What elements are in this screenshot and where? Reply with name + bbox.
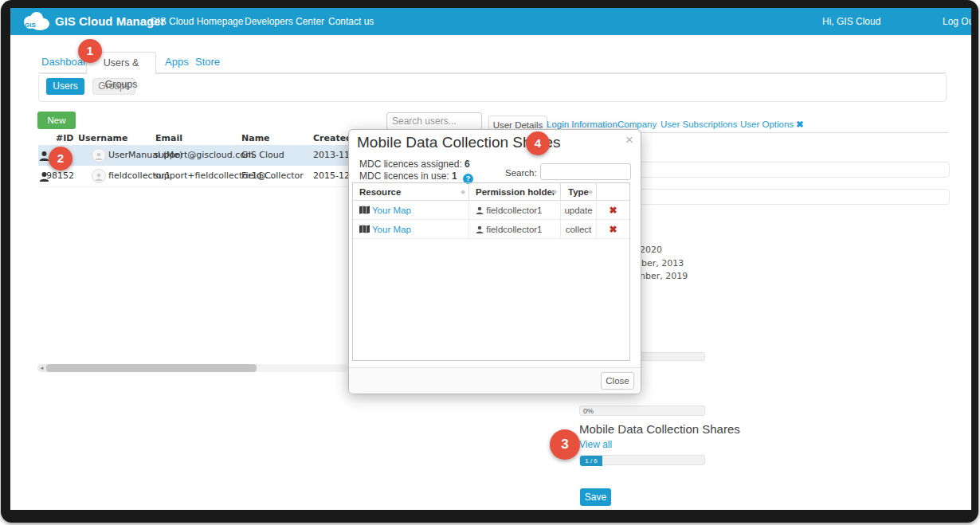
- gis-cloud-logo-icon[interactable]: GIS: [21, 11, 50, 32]
- cell-name: Field Collector: [241, 166, 304, 186]
- nav-link-contact[interactable]: Contact us: [328, 8, 374, 35]
- view-all-link[interactable]: View all: [579, 439, 612, 450]
- mdc-shares-modal: Mobile Data Collection Shares × MDC lice…: [348, 129, 641, 394]
- nav-link-developers[interactable]: Developers Center: [245, 8, 324, 35]
- users-col-username: Username: [78, 133, 128, 143]
- search-users-input[interactable]: [386, 112, 482, 130]
- modal-close-button[interactable]: Close: [601, 372, 634, 390]
- sort-icon: ◆: [589, 183, 593, 201]
- annotation-step-1: 1: [78, 39, 102, 63]
- col-resource[interactable]: Resource◆: [353, 183, 469, 201]
- cell-email: support@giscloud.com: [154, 145, 254, 166]
- scroll-left-arrow[interactable]: ◂: [37, 364, 46, 372]
- modal-search-label: Search:: [505, 168, 537, 178]
- sort-icon: ◆: [461, 183, 465, 201]
- h-scrollbar-thumb[interactable]: [46, 364, 257, 372]
- date-fragment: 2020: [640, 245, 662, 255]
- map-icon: [359, 225, 370, 233]
- permission-holder: fieldcollector1: [486, 206, 542, 215]
- nav-link-homepage[interactable]: GIS Cloud Homepage: [150, 8, 243, 35]
- mdc-usage-fill: 1 / 6: [580, 456, 602, 466]
- save-button[interactable]: Save: [580, 488, 611, 506]
- annotation-step-2: 2: [49, 147, 73, 170]
- top-navbar: GIS GIS Cloud Manager GIS Cloud Homepage…: [10, 8, 971, 35]
- date-fragment: ber, 2013: [641, 258, 684, 268]
- share-row: Your Map fieldcollector1 update ✖: [353, 201, 629, 220]
- delete-share-icon[interactable]: ✖: [609, 205, 617, 216]
- mdc-shares-heading: Mobile Data Collection Shares: [579, 422, 740, 436]
- users-col-email: Email: [155, 133, 182, 143]
- app-title: GIS Cloud Manager: [55, 8, 165, 35]
- users-col-id: #ID: [56, 133, 73, 143]
- modal-search-input[interactable]: [540, 163, 631, 180]
- users-col-name: Name: [241, 133, 270, 143]
- modal-footer: Close: [349, 367, 641, 394]
- mdc-usage-bar: 1 / 6: [579, 455, 705, 465]
- col-permission-holder[interactable]: Permission holder◆: [469, 183, 561, 201]
- users-col-created: Created: [313, 133, 352, 143]
- screenshot-stage: GIS GIS Cloud Manager GIS Cloud Homepage…: [0, 0, 980, 525]
- share-type: collect: [561, 220, 597, 239]
- nav-greeting[interactable]: Hi, GIS Cloud: [822, 8, 880, 35]
- date-fragment: nber, 2019: [640, 271, 688, 281]
- new-user-button[interactable]: New user: [37, 112, 76, 129]
- user-icon: [476, 225, 484, 233]
- tab-apps[interactable]: Apps: [165, 52, 189, 72]
- cell-name: GIS Cloud: [241, 145, 284, 166]
- annotation-step-3: 3: [550, 429, 580, 460]
- view-toggle-panel: [38, 73, 947, 102]
- tab-user-subscriptions[interactable]: User Subscriptions: [661, 116, 738, 133]
- avatar: [92, 169, 106, 183]
- permission-holder: fieldcollector1: [486, 225, 542, 234]
- licence-usage-bar: 0%: [579, 406, 705, 416]
- shares-table: Resource◆ Permission holder◆ Type◆ Your …: [352, 182, 630, 361]
- col-actions: [597, 183, 629, 201]
- nav-logout[interactable]: Log Out: [943, 8, 971, 35]
- tab-user-options[interactable]: User Options: [740, 116, 794, 133]
- toggle-users-button[interactable]: Users: [46, 78, 84, 95]
- tab-store[interactable]: Store: [195, 52, 220, 72]
- avatar: [92, 148, 106, 163]
- usage-zero-label: 0%: [583, 406, 594, 416]
- licences-assigned-line: MDC licences assigned: 6: [359, 159, 470, 170]
- shares-table-header: Resource◆ Permission holder◆ Type◆: [353, 183, 629, 201]
- annotation-step-4: 4: [526, 131, 550, 155]
- app-window: GIS GIS Cloud Manager GIS Cloud Homepage…: [10, 8, 971, 510]
- share-row: Your Map fieldcollector1 collect ✖: [353, 220, 629, 239]
- share-type: update: [561, 201, 597, 220]
- map-icon: [359, 206, 370, 214]
- sort-icon: ◆: [553, 183, 557, 201]
- col-type[interactable]: Type◆: [561, 183, 597, 201]
- delete-share-icon[interactable]: ✖: [609, 224, 617, 235]
- modal-close-icon[interactable]: ×: [625, 132, 633, 148]
- user-icon: [476, 206, 484, 214]
- detail-panel-close-icon[interactable]: ✖: [796, 116, 804, 133]
- svg-text:GIS: GIS: [25, 22, 36, 29]
- resource-link[interactable]: Your Map: [372, 206, 411, 215]
- resource-link[interactable]: Your Map: [372, 225, 411, 234]
